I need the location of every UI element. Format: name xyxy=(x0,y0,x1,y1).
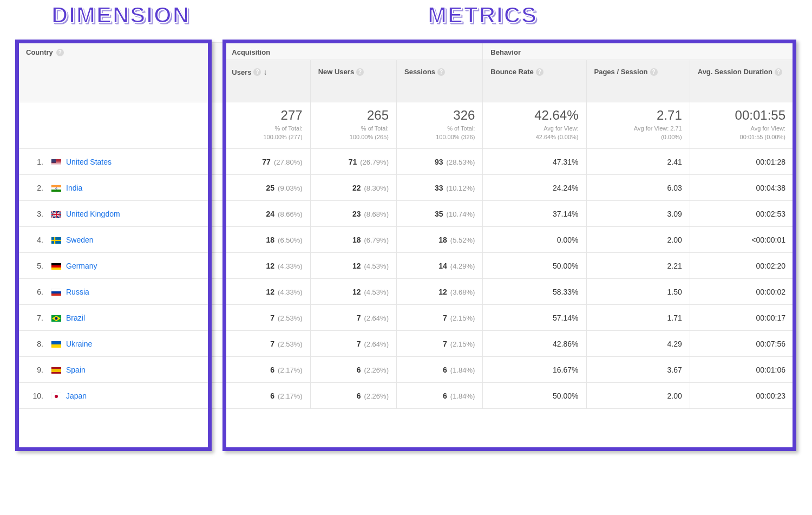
dimension-highlight-box xyxy=(15,40,212,451)
annotation-metrics: METRICS xyxy=(428,2,538,28)
annotation-dimension: DIMENSION xyxy=(51,2,190,28)
metrics-highlight-box xyxy=(222,40,796,451)
